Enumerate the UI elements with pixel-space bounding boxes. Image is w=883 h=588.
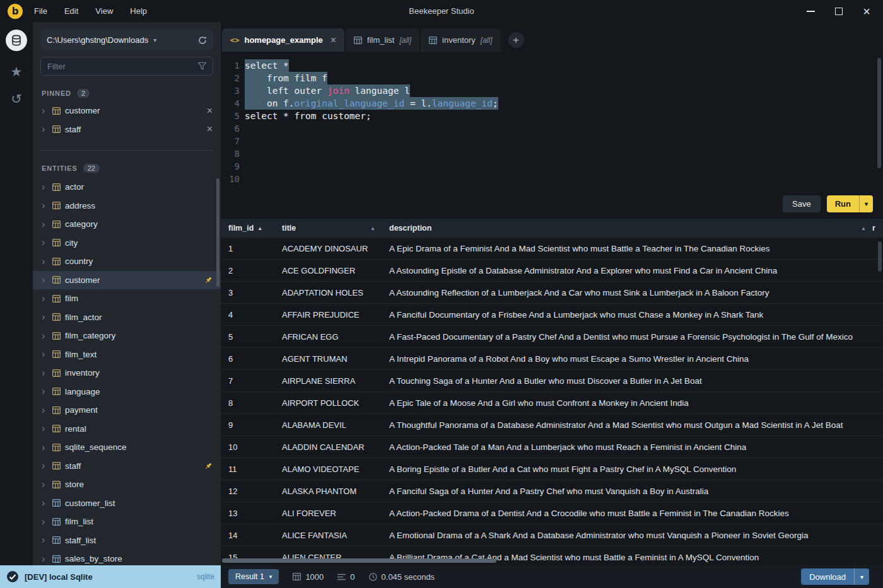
code-line[interactable]: 9 bbox=[221, 160, 883, 173]
chevron-right-icon[interactable]: › bbox=[42, 257, 48, 267]
cell-title[interactable]: AFRICAN EGG bbox=[274, 332, 382, 342]
run-button-label[interactable]: Run bbox=[827, 199, 859, 209]
column-header-description[interactable]: description ▲ bbox=[382, 224, 872, 233]
pinned-section-header[interactable]: PINNED 2 bbox=[42, 89, 212, 98]
chevron-right-icon[interactable]: › bbox=[42, 238, 48, 248]
entity-item[interactable]: › sales_by_store bbox=[33, 550, 221, 565]
connection-selector[interactable]: C:\Users\ghstng\Downloads ▾ bbox=[40, 30, 213, 50]
entity-item[interactable]: › staff_list bbox=[33, 531, 221, 550]
cell-film-id[interactable]: 9 bbox=[221, 420, 274, 430]
entity-item[interactable]: › inventory bbox=[33, 364, 221, 383]
column-header-film-id[interactable]: film_id ▲ bbox=[221, 224, 274, 233]
cell-title[interactable]: ALICE FANTASIA bbox=[274, 531, 382, 540]
table-row[interactable]: 12 ALASKA PHANTOM A Fanciful Saga of a H… bbox=[221, 480, 883, 502]
cell-title[interactable]: ALASKA PHANTOM bbox=[274, 487, 382, 496]
entity-item[interactable]: › customer_list bbox=[33, 494, 221, 513]
cell-description[interactable]: A Thoughtful Panorama of a Database Admi… bbox=[382, 420, 883, 430]
tab-homepage-example[interactable]: <> homepage_example × bbox=[222, 28, 344, 52]
cell-description[interactable]: A Epic Tale of a Moose And a Girl who mu… bbox=[382, 398, 883, 408]
download-button[interactable]: Download ▾ bbox=[801, 568, 869, 585]
pin-icon[interactable] bbox=[204, 462, 213, 470]
cell-film-id[interactable]: 11 bbox=[221, 464, 274, 474]
cell-film-id[interactable]: 6 bbox=[221, 354, 274, 364]
horizontal-scrollbar[interactable] bbox=[222, 558, 496, 563]
chevron-right-icon[interactable]: › bbox=[42, 124, 48, 134]
code-line[interactable]: 2 from film f bbox=[221, 72, 883, 84]
code-line[interactable]: 6 bbox=[221, 122, 883, 135]
cell-description[interactable]: A Intrepid Panorama of a Robot And a Boy… bbox=[382, 354, 883, 364]
pinned-item[interactable]: › staff × bbox=[33, 120, 221, 139]
cell-film-id[interactable]: 12 bbox=[221, 487, 274, 496]
code-line[interactable]: 3 left outer join language l bbox=[221, 84, 883, 97]
chevron-right-icon[interactable]: › bbox=[42, 498, 48, 508]
cell-title[interactable]: ADAPTATION HOLES bbox=[274, 288, 382, 297]
entity-item[interactable]: › city bbox=[33, 234, 221, 253]
chevron-right-icon[interactable]: › bbox=[42, 480, 48, 490]
unpin-close-icon[interactable]: × bbox=[207, 124, 213, 134]
entity-item[interactable]: › staff bbox=[33, 457, 221, 476]
code-line[interactable]: 8 bbox=[221, 147, 883, 160]
cell-description[interactable]: A Boring Epistle of a Butler And a Cat w… bbox=[382, 464, 883, 474]
chevron-right-icon[interactable]: › bbox=[42, 182, 48, 192]
cell-title[interactable]: ALADDIN CALENDAR bbox=[274, 442, 382, 452]
result-tab-selector[interactable]: Result 1 ▾ bbox=[228, 569, 279, 584]
sort-asc-icon[interactable]: ▲ bbox=[257, 226, 262, 231]
code-area[interactable]: 1select *2 from film f3 left outer join … bbox=[221, 52, 883, 185]
run-options-caret-icon[interactable]: ▾ bbox=[859, 195, 873, 212]
entity-item[interactable]: › address bbox=[33, 197, 221, 216]
chevron-right-icon[interactable]: › bbox=[42, 275, 48, 285]
table-row[interactable]: 13 ALI FOREVER A Action-Packed Drama of … bbox=[221, 502, 883, 524]
code-line[interactable]: 4 on f.original_language_id = l.language… bbox=[221, 97, 883, 110]
cell-description[interactable]: A Action-Packed Drama of a Dentist And a… bbox=[382, 509, 883, 518]
favorites-star-icon[interactable]: ★ bbox=[11, 65, 23, 78]
table-row[interactable]: 8 AIRPORT POLLOCK A Epic Tale of a Moose… bbox=[221, 392, 883, 414]
history-icon[interactable]: ↺ bbox=[11, 92, 22, 105]
entity-item[interactable]: › country bbox=[33, 252, 221, 271]
download-button-label[interactable]: Download bbox=[801, 572, 854, 582]
cell-title[interactable]: ALI FOREVER bbox=[274, 509, 382, 518]
table-row[interactable]: 10 ALADDIN CALENDAR A Action-Packed Tale… bbox=[221, 436, 883, 458]
chevron-right-icon[interactable]: › bbox=[42, 219, 48, 229]
new-tab-button[interactable]: + bbox=[508, 32, 524, 48]
menu-help[interactable]: Help bbox=[130, 6, 147, 16]
cell-description[interactable]: A Fast-Paced Documentary of a Pastry Che… bbox=[382, 332, 883, 342]
download-options-caret-icon[interactable]: ▾ bbox=[854, 568, 869, 585]
cell-film-id[interactable]: 5 bbox=[221, 332, 274, 342]
chevron-right-icon[interactable]: › bbox=[42, 312, 48, 322]
code-line[interactable]: 1select * bbox=[221, 59, 883, 72]
chevron-right-icon[interactable]: › bbox=[42, 294, 48, 304]
entity-item[interactable]: › category bbox=[33, 215, 221, 234]
chevron-right-icon[interactable]: › bbox=[42, 200, 48, 210]
table-row[interactable]: 6 AGENT TRUMAN A Intrepid Panorama of a … bbox=[221, 348, 883, 370]
chevron-right-icon[interactable]: › bbox=[42, 461, 48, 471]
table-row[interactable]: 3 ADAPTATION HOLES A Astounding Reflecti… bbox=[221, 282, 883, 304]
entity-item[interactable]: › film_text bbox=[33, 345, 221, 364]
entity-item[interactable]: › language bbox=[33, 383, 221, 401]
entity-item[interactable]: › film_actor bbox=[33, 308, 221, 327]
entity-item[interactable]: › rental bbox=[33, 420, 221, 439]
cell-film-id[interactable]: 10 bbox=[221, 442, 274, 452]
cell-title[interactable]: ALAMO VIDEOTAPE bbox=[274, 464, 382, 474]
chevron-right-icon[interactable]: › bbox=[42, 386, 48, 396]
run-button[interactable]: Run ▾ bbox=[827, 195, 873, 212]
menu-file[interactable]: File bbox=[34, 6, 47, 16]
editor-scrollbar[interactable] bbox=[877, 58, 881, 168]
menu-edit[interactable]: Edit bbox=[64, 6, 78, 16]
cell-title[interactable]: AIRPORT POLLOCK bbox=[274, 398, 382, 408]
cell-title[interactable]: ACE GOLDFINGER bbox=[274, 266, 382, 275]
entity-item[interactable]: › actor bbox=[33, 178, 221, 197]
table-row[interactable]: 9 ALABAMA DEVIL A Thoughtful Panorama of… bbox=[221, 414, 883, 436]
entity-item[interactable]: › customer bbox=[33, 271, 221, 290]
minimize-icon[interactable] bbox=[807, 11, 815, 12]
entity-item[interactable]: › store bbox=[33, 475, 221, 494]
column-header-partial[interactable]: r bbox=[872, 224, 883, 233]
cell-title[interactable]: AIRPLANE SIERRA bbox=[274, 376, 382, 386]
filter-input[interactable] bbox=[47, 62, 198, 71]
cell-film-id[interactable]: 3 bbox=[221, 288, 274, 297]
sort-asc-icon[interactable]: ▲ bbox=[861, 226, 866, 231]
cell-description[interactable]: A Fanciful Saga of a Hunter And a Pastry… bbox=[382, 487, 883, 496]
chevron-right-icon[interactable]: › bbox=[42, 405, 48, 415]
cell-title[interactable]: ALABAMA DEVIL bbox=[274, 420, 382, 430]
pin-icon[interactable] bbox=[204, 276, 213, 284]
cell-film-id[interactable]: 1 bbox=[221, 244, 274, 253]
